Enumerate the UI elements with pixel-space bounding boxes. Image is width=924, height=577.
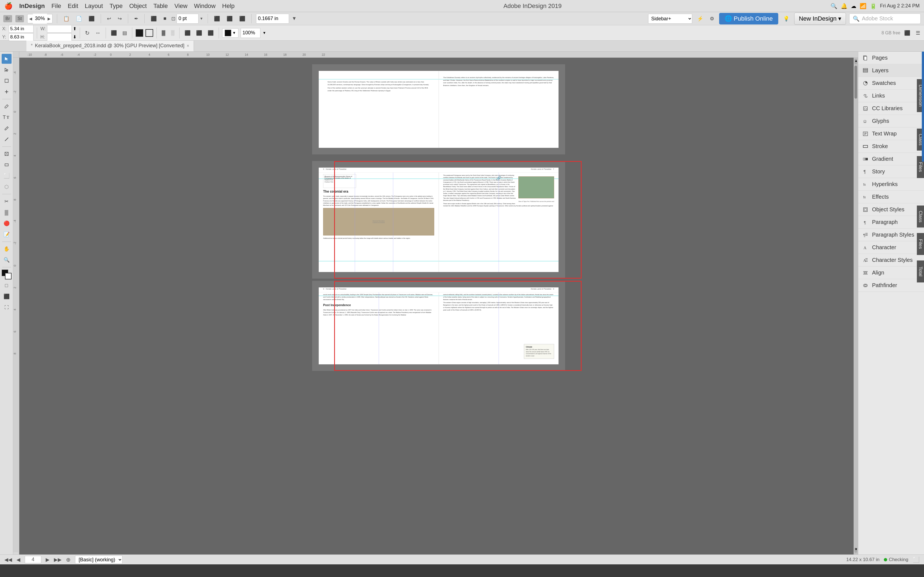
search-box[interactable]: 🔍 Adobe Stock — [849, 13, 921, 24]
paste-btn[interactable]: 📋 — [61, 15, 71, 23]
panel-effects[interactable]: fx Effects — [858, 191, 924, 203]
panel-links[interactable]: Links — [858, 90, 924, 102]
panel-swatches[interactable]: Swatches — [858, 77, 924, 90]
panel-align[interactable]: Align — [858, 266, 924, 279]
document-tab[interactable]: * KeralaBook_prepped_2018.indd @ 30% [GP… — [26, 41, 194, 52]
redo-btn[interactable]: ↪ — [116, 15, 123, 23]
hand-tool[interactable]: ✋ — [2, 244, 11, 254]
lightbulb-btn[interactable]: 💡 — [782, 15, 791, 23]
fill-stroke-btn[interactable]: ■ — [162, 15, 168, 22]
grid-view-btn[interactable]: ⬛ — [903, 29, 912, 37]
layout-selector[interactable]: Sidebar+ — [648, 14, 692, 24]
gradient-btn2[interactable]: ░ — [169, 29, 176, 37]
select-tool[interactable] — [2, 54, 11, 64]
flip-h-btn[interactable]: ↔ — [94, 29, 102, 37]
panel-hyperlinks[interactable]: fx Hyperlinks — [858, 178, 924, 191]
zoom-up-icon[interactable]: ▶ — [48, 16, 51, 21]
zoom-tool[interactable]: 🔍 — [2, 255, 11, 265]
w-input[interactable] — [47, 25, 72, 33]
gradient-btn1[interactable]: ▓ — [160, 29, 167, 37]
grid-btn[interactable]: ⬛ — [87, 15, 96, 23]
new-indesign-btn[interactable]: New InDesign ▾ — [794, 13, 846, 25]
preview-btn[interactable]: ⬛ — [149, 15, 158, 23]
list-view-btn[interactable]: ☰ — [914, 29, 922, 37]
panel-character[interactable]: A Character — [858, 241, 924, 254]
frame-flip-btn[interactable]: ⬛ — [194, 29, 204, 37]
panel-cc-libraries[interactable]: Cc CC Libraries — [858, 102, 924, 115]
stroke-input[interactable] — [176, 14, 199, 24]
menu-help[interactable]: Help — [222, 2, 234, 10]
line-tool[interactable] — [2, 134, 11, 144]
next-page-btn2[interactable]: ▶▶ — [54, 557, 61, 563]
note-tool[interactable]: 📝 — [2, 229, 11, 239]
align-left-btn[interactable]: ⬛ — [212, 15, 222, 23]
stroke-down[interactable]: ▼ — [200, 16, 203, 21]
direct-select-tool[interactable] — [2, 65, 11, 75]
copy-btn[interactable]: 📄 — [74, 15, 84, 23]
h-link-icon[interactable]: ⬇ — [73, 34, 76, 40]
master-page-selector[interactable]: [Basic] (working) — [75, 556, 123, 564]
stroke-swatch[interactable] — [145, 29, 153, 37]
vertical-scrollbar[interactable]: ▲ ▼ — [854, 58, 858, 554]
ellipse-tool[interactable]: ⬜ — [2, 171, 11, 181]
menu-edit[interactable]: Edit — [68, 2, 78, 10]
canvas-content[interactable]: Some Arabl, ancient Greeks and the Roman… — [19, 58, 858, 554]
opacity-arrow[interactable]: ▼ — [263, 31, 266, 35]
cloud-icon[interactable]: ☁ — [851, 3, 856, 9]
panel-paragraph[interactable]: ¶ Paragraph — [858, 216, 924, 229]
tab-close-btn[interactable]: × — [187, 44, 189, 48]
preview-mode-btn[interactable]: ⬛ — [2, 292, 11, 301]
fit-page-btn[interactable]: ⬜ — [913, 556, 919, 563]
panel-layers[interactable]: Layers — [858, 64, 924, 77]
panel-paragraph-styles[interactable]: ¶ Paragraph Styles — [858, 229, 924, 241]
color-theme-tool[interactable]: 🔴 — [2, 218, 11, 228]
bridge-btn[interactable]: Br — [3, 15, 12, 22]
rect-frame-tool[interactable] — [2, 149, 11, 159]
panel-character-styles[interactable]: A Character Styles — [858, 254, 924, 266]
panel-stroke[interactable]: Stroke — [858, 140, 924, 153]
page-tool[interactable] — [2, 76, 11, 86]
menu-table[interactable]: Table — [153, 2, 168, 10]
frame-rotate-btn[interactable]: ⬛ — [206, 29, 215, 37]
menu-view[interactable]: View — [174, 2, 187, 10]
menu-type[interactable]: Type — [110, 2, 123, 10]
x-input[interactable] — [9, 25, 34, 33]
prev-page-btn[interactable]: ◀◀ — [5, 557, 12, 563]
publish-online-btn[interactable]: 🌐 Publish Online — [719, 13, 778, 24]
panel-pathfinder[interactable]: Pathfinder — [858, 279, 924, 292]
stock-btn[interactable]: St — [15, 15, 24, 22]
normal-mode-btn[interactable]: □ — [2, 280, 11, 290]
rect-tool[interactable] — [2, 160, 11, 170]
y-input[interactable] — [9, 33, 34, 41]
color-dropdown[interactable]: ▼ — [222, 28, 238, 38]
polygon-tool[interactable]: ⬡ — [2, 182, 11, 192]
opacity-input[interactable] — [241, 28, 260, 38]
rotate-btn[interactable]: ↻ — [83, 29, 91, 37]
menu-layout[interactable]: Layout — [85, 2, 103, 10]
gap-tool[interactable] — [2, 87, 11, 97]
prev-page-btn2[interactable]: ◀ — [16, 557, 20, 563]
transform-btn[interactable]: ⬛ — [109, 29, 118, 37]
panel-pages[interactable]: Pages — [858, 52, 924, 64]
align-btn[interactable]: ▤ — [121, 29, 129, 37]
next-page-btn[interactable]: ▶ — [46, 557, 50, 563]
fill-stroke-toggle[interactable] — [2, 269, 11, 279]
panel-glyphs[interactable]: Ω Glyphs — [858, 115, 924, 127]
pen-tool[interactable] — [2, 102, 11, 111]
flash-icon[interactable]: ⚡ — [695, 15, 705, 23]
settings-icon[interactable]: ⚙ — [708, 15, 716, 23]
scissors-tool[interactable]: ✂ — [2, 197, 11, 206]
panel-text-wrap[interactable]: Text Wrap — [858, 127, 924, 140]
undo-btn[interactable]: ↩ — [105, 15, 113, 23]
menu-window[interactable]: Window — [194, 2, 216, 10]
gradient-tool[interactable]: ▓ — [2, 208, 11, 218]
zoom-input[interactable] — [33, 14, 47, 24]
frame-fit-btn[interactable]: ⬛ — [183, 29, 192, 37]
h-input[interactable] — [47, 33, 72, 41]
panel-story[interactable]: ¶ Story — [858, 165, 924, 178]
notification-icon[interactable]: 🔔 — [841, 3, 848, 9]
search-icon[interactable]: 🔍 — [830, 3, 837, 9]
zoom-down-icon[interactable]: ◀ — [29, 16, 32, 21]
align-center-btn[interactable]: ⬛ — [225, 15, 234, 23]
align-right-btn[interactable]: ⬛ — [237, 15, 247, 23]
